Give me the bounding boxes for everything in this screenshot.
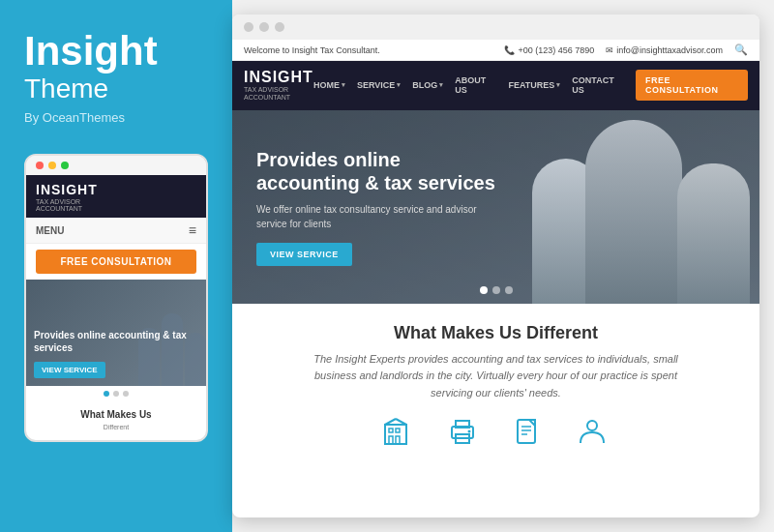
hero-person-right	[677, 163, 750, 304]
mobile-slider-dot-3[interactable]	[123, 391, 129, 397]
hamburger-icon[interactable]: ≡	[189, 222, 196, 238]
desktop-hero-content: Provides online accounting & tax service…	[256, 148, 498, 266]
nav-service[interactable]: SERVICE ▾	[357, 80, 401, 90]
nav-blog[interactable]: BLOG ▾	[412, 80, 443, 90]
brand-subtitle: Theme	[24, 74, 108, 104]
feature-icon-document	[511, 417, 546, 450]
svg-rect-4	[396, 436, 400, 444]
desktop-info-bar: Welcome to Insight Tax Consultant. 📞 +00…	[232, 40, 759, 61]
desktop-nav-links: HOME ▾ SERVICE ▾ BLOG ▾ ABOUT US FEATURE…	[313, 70, 748, 101]
feature-icon-person	[575, 417, 610, 450]
desktop-nav-cta[interactable]: FREE CONSULTATION	[636, 70, 748, 101]
desktop-slider-dot-1[interactable]	[480, 286, 488, 294]
svg-rect-1	[389, 429, 393, 432]
svg-point-16	[587, 421, 597, 430]
desktop-dot-2	[259, 22, 269, 32]
nav-features[interactable]: FEATURES ▾	[508, 80, 560, 90]
svg-rect-3	[389, 436, 393, 444]
mobile-cta-button[interactable]: FREE CONSULTATION	[36, 250, 196, 274]
mobile-top-bar	[26, 156, 206, 175]
by-line: By OceanThemes	[24, 110, 125, 125]
mobile-bottom-section: What Makes Us Different	[26, 401, 206, 440]
desktop-slider-dot-3[interactable]	[505, 286, 513, 294]
nav-contact[interactable]: CONTACT US	[572, 75, 624, 95]
nav-home[interactable]: HOME ▾	[313, 80, 345, 90]
mobile-header: INSIGHT TAX ADVISOR ACCOUNTANT	[26, 175, 206, 218]
desktop-hero-title: Provides online accounting & tax service…	[256, 148, 498, 194]
feature-icon-building	[383, 417, 418, 450]
desktop-dot-1	[244, 22, 253, 32]
desktop-info-right: 📞 +00 (123) 456 7890 ✉ info@insighttaxad…	[504, 44, 748, 56]
phone-info: 📞 +00 (123) 456 7890	[504, 45, 594, 55]
desktop-bottom-desc: The Insight Experts provides accounting …	[293, 351, 700, 402]
desktop-mockup: Welcome to Insight Tax Consultant. 📞 +00…	[232, 15, 759, 517]
mobile-slider-dots	[26, 386, 206, 401]
email-info: ✉ info@insighttaxadvisor.com	[606, 45, 723, 55]
brand-title: Insight	[24, 29, 158, 74]
desktop-top-bar	[232, 15, 759, 40]
building-icon	[383, 417, 418, 450]
feature-icon-printer	[447, 417, 482, 450]
welcome-text: Welcome to Insight Tax Consultant.	[244, 45, 380, 55]
search-icon[interactable]: 🔍	[734, 44, 748, 56]
mobile-hero-text: Provides online accounting & tax service…	[34, 329, 198, 378]
desktop-view-service-button[interactable]: VIEW SERVICE	[256, 243, 352, 266]
mobile-logo: INSIGHT TAX ADVISOR ACCOUNTANT	[36, 181, 98, 212]
desktop-logo: INSIGHT TAX ADVISOR ACCOUNTANT	[244, 69, 313, 103]
mobile-view-service-button[interactable]: VIEW SERVICE	[34, 362, 105, 378]
mobile-slider-dot-2[interactable]	[113, 391, 119, 397]
desktop-slider-dots	[480, 286, 513, 294]
mobile-slider-dot-1[interactable]	[104, 391, 109, 397]
document-icon	[511, 417, 546, 450]
desktop-hero: Provides online accounting & tax service…	[232, 110, 759, 304]
mobile-mockup: INSIGHT TAX ADVISOR ACCOUNTANT MENU ≡ FR…	[24, 154, 208, 442]
email-icon: ✉	[606, 45, 613, 55]
desktop-bottom-section: What Makes Us Different The Insight Expe…	[232, 304, 759, 517]
desktop-slider-dot-2[interactable]	[492, 286, 500, 294]
desktop-hero-desc: We offer online tax consultancy service …	[256, 202, 498, 231]
svg-rect-2	[396, 429, 400, 432]
right-panel: Welcome to Insight Tax Consultant. 📞 +00…	[232, 0, 774, 532]
mobile-dot-yellow	[48, 162, 56, 169]
left-panel: Insight Theme By OceanThemes INSIGHT TAX…	[0, 0, 232, 532]
desktop-nav-logo: INSIGHT TAX ADVISOR ACCOUNTANT	[244, 69, 313, 103]
phone-icon: 📞	[504, 45, 515, 55]
desktop-bottom-title: What Makes Us Different	[252, 323, 740, 343]
desktop-dot-3	[275, 22, 284, 32]
mobile-dot-red	[36, 162, 44, 169]
nav-about[interactable]: ABOUT US	[455, 75, 496, 95]
desktop-nav: INSIGHT TAX ADVISOR ACCOUNTANT HOME ▾ SE…	[232, 61, 759, 110]
person-icon	[575, 417, 610, 450]
svg-point-10	[467, 429, 470, 432]
hero-person-main	[585, 120, 682, 304]
mobile-dot-green	[61, 162, 69, 169]
mobile-menu-bar: MENU ≡	[26, 218, 206, 244]
printer-icon	[447, 417, 482, 450]
desktop-feature-icons	[252, 417, 740, 450]
mobile-hero: Provides online accounting & tax service…	[26, 280, 206, 386]
